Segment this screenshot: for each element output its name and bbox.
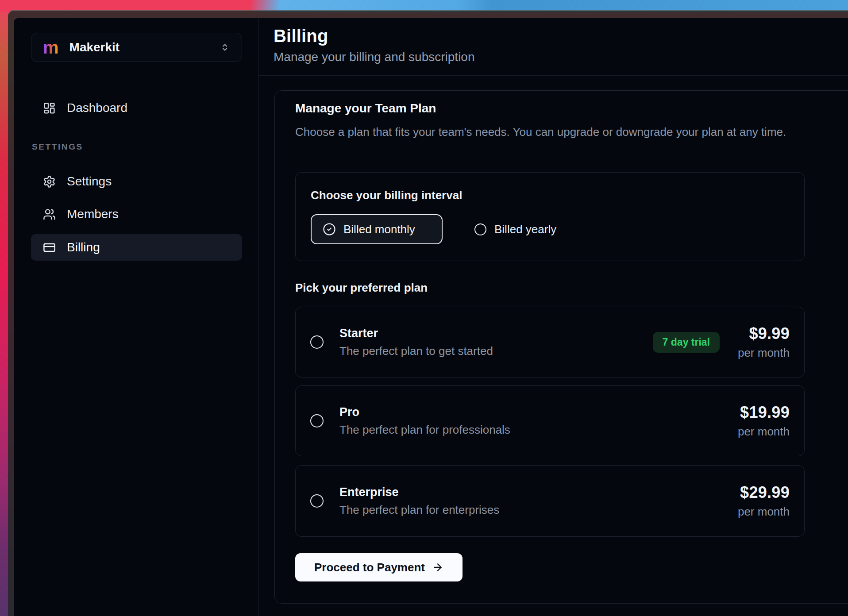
plan-right: 7 day trial $9.99 per month	[653, 324, 790, 360]
card-subtitle: Choose a plan that fits your team's need…	[295, 125, 786, 139]
users-icon	[43, 208, 56, 221]
app-content: m Makerkit Dashboard	[14, 18, 848, 616]
workspace-selector[interactable]: m Makerkit	[31, 33, 242, 62]
sidebar-item-label: Dashboard	[67, 101, 127, 115]
workspace-name: Makerkit	[69, 40, 120, 54]
plan-radio[interactable]	[310, 494, 324, 508]
arrow-right-icon	[432, 562, 443, 573]
circle-check-icon	[323, 223, 336, 236]
plan-period: per month	[738, 346, 790, 360]
dashboard-grid-icon	[43, 102, 56, 115]
plan-text: Starter The perfect plan to get started	[339, 327, 493, 358]
interval-option-yearly[interactable]: Billed yearly	[474, 223, 556, 236]
chevrons-up-down-icon	[220, 42, 230, 53]
plan-text: Enterprise The perfect plan for enterpri…	[339, 485, 499, 517]
plan-name: Pro	[339, 405, 510, 419]
billing-interval-options: Billed monthly Billed yearly	[311, 214, 789, 244]
card-title: Manage your Team Plan	[295, 101, 436, 116]
plan-period: per month	[738, 505, 790, 519]
interval-option-yearly-label: Billed yearly	[494, 223, 556, 236]
plan-radio[interactable]	[310, 414, 324, 427]
plan-radio[interactable]	[310, 335, 324, 349]
page-header: Billing Manage your billing and subscrip…	[259, 18, 848, 76]
page-title: Billing	[274, 26, 848, 46]
price-column: $9.99 per month	[737, 324, 790, 360]
plan-row-pro[interactable]: Pro The perfect plan for professionals $…	[295, 385, 805, 456]
plans-label: Pick your preferred plan	[295, 281, 428, 295]
plan-description: The perfect plan for enterprises	[339, 503, 499, 517]
interval-option-monthly[interactable]: Billed monthly	[311, 214, 443, 244]
plan-price: $9.99	[749, 324, 790, 343]
sidebar-section-label: SETTINGS	[32, 142, 83, 152]
price-column: $19.99 per month	[737, 403, 790, 439]
plan-price: $19.99	[740, 403, 790, 422]
plan-right: $19.99 per month	[737, 403, 790, 439]
app-window: m Makerkit Dashboard	[8, 10, 848, 616]
sidebar-item-label: Members	[67, 207, 119, 221]
plan-period: per month	[738, 425, 790, 439]
proceed-to-payment-label: Proceed to Payment	[314, 561, 425, 574]
plan-price: $29.99	[740, 483, 790, 502]
desktop: m Makerkit Dashboard	[0, 0, 848, 616]
page-subtitle: Manage your billing and subscription	[274, 50, 848, 64]
sidebar-item-settings[interactable]: Settings	[31, 169, 242, 193]
price-column: $29.99 per month	[737, 483, 790, 519]
billing-interval-label: Choose your billing interval	[311, 189, 789, 202]
plan-card: Manage your Team Plan Choose a plan that…	[274, 90, 848, 604]
interval-option-monthly-label: Billed monthly	[343, 223, 415, 236]
plan-description: The perfect plan to get started	[339, 344, 493, 358]
gear-icon	[43, 175, 56, 188]
radio-circle[interactable]	[474, 223, 486, 235]
plan-text: Pro The perfect plan for professionals	[339, 405, 510, 437]
plan-row-enterprise[interactable]: Enterprise The perfect plan for enterpri…	[295, 465, 805, 537]
sidebar-item-label: Billing	[67, 240, 100, 254]
sidebar-item-label: Settings	[67, 174, 112, 189]
plan-name: Starter	[339, 327, 493, 340]
sidebar: m Makerkit Dashboard	[14, 18, 259, 616]
sidebar-item-dashboard[interactable]: Dashboard	[31, 96, 242, 120]
trial-badge: 7 day trial	[653, 332, 720, 353]
proceed-to-payment-button[interactable]: Proceed to Payment	[295, 553, 463, 581]
makerkit-logo: m	[43, 39, 59, 55]
sidebar-item-members[interactable]: Members	[31, 202, 242, 226]
main-content: Billing Manage your billing and subscrip…	[259, 18, 848, 616]
billing-interval-box: Choose your billing interval Billed mont…	[295, 172, 805, 261]
plan-name: Enterprise	[339, 485, 499, 499]
plan-description: The perfect plan for professionals	[339, 423, 510, 437]
credit-card-icon	[43, 241, 56, 254]
plan-right: $29.99 per month	[737, 483, 790, 519]
plan-row-starter[interactable]: Starter The perfect plan to get started …	[295, 307, 805, 377]
sidebar-item-billing[interactable]: Billing	[31, 234, 242, 261]
